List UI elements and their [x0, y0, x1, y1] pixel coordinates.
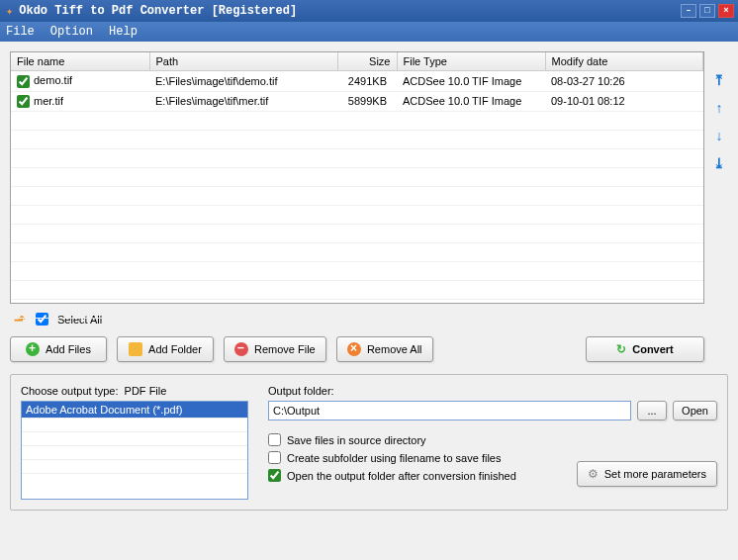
- add-folder-button[interactable]: Add Folder: [117, 336, 214, 362]
- add-folder-label: Add Folder: [148, 343, 202, 355]
- col-path[interactable]: Path: [149, 52, 337, 71]
- table-row[interactable]: mer.tifE:\Files\image\tif\mer.tif5899KBA…: [11, 91, 703, 112]
- output-folder-input[interactable]: [268, 401, 631, 420]
- output-folder-label: Output folder:: [268, 385, 717, 397]
- cross-icon: [347, 342, 361, 356]
- convert-button[interactable]: ↻ Convert: [586, 336, 704, 362]
- app-icon: ✦: [6, 4, 13, 19]
- window-title: Okdo Tiff to Pdf Converter [Registered]: [19, 4, 297, 18]
- folder-icon: [129, 342, 142, 356]
- menu-file[interactable]: File: [6, 25, 35, 39]
- menu-help[interactable]: Help: [109, 25, 138, 39]
- reorder-controls: ⤒ ↑ ↓ ⤓: [710, 51, 728, 374]
- col-size[interactable]: Size: [337, 52, 397, 71]
- remove-all-button[interactable]: Remove All: [336, 336, 433, 362]
- more-params-label: Set more parameters: [604, 468, 706, 480]
- close-button[interactable]: ×: [718, 4, 734, 18]
- remove-file-button[interactable]: Remove File: [224, 336, 326, 362]
- add-files-label: Add Files: [46, 343, 91, 355]
- plus-icon: [26, 342, 40, 356]
- move-bottom-button[interactable]: ⤓: [710, 154, 728, 172]
- output-type-label: Choose output type: PDF File: [21, 385, 248, 397]
- col-filetype[interactable]: File Type: [397, 52, 545, 71]
- minus-icon: [234, 342, 248, 356]
- move-up-button[interactable]: ↑: [710, 99, 728, 117]
- output-type-current: PDF File: [125, 385, 167, 397]
- minimize-button[interactable]: –: [681, 4, 696, 18]
- open-folder-button[interactable]: Open: [673, 401, 717, 420]
- add-files-button[interactable]: Add Files: [10, 336, 107, 362]
- maximize-button[interactable]: □: [699, 4, 715, 18]
- move-top-button[interactable]: ⤒: [710, 71, 728, 89]
- create-subfolder-label: Create subfolder using filename to save …: [287, 452, 501, 464]
- file-list-panel: File name Path Size File Type Modify dat…: [10, 51, 704, 304]
- gear-icon: ⚙: [588, 467, 599, 481]
- remove-file-label: Remove File: [254, 343, 316, 355]
- row-checkbox[interactable]: [17, 75, 30, 88]
- remove-all-label: Remove All: [367, 343, 422, 355]
- col-filename[interactable]: File name: [11, 52, 149, 71]
- browse-button[interactable]: ...: [637, 401, 667, 420]
- output-type-option[interactable]: Adobe Acrobat Document (*.pdf): [22, 402, 247, 418]
- menubar: File Option Help: [0, 22, 738, 42]
- open-after-label: Open the output folder after conversion …: [287, 470, 516, 482]
- save-source-label: Save files in source directory: [287, 434, 426, 446]
- col-modifydate[interactable]: Modify date: [545, 52, 703, 71]
- convert-label: Convert: [632, 343, 674, 355]
- titlebar: ✦ Okdo Tiff to Pdf Converter [Registered…: [0, 0, 738, 22]
- file-table: File name Path Size File Type Modify dat…: [11, 52, 703, 319]
- open-after-checkbox[interactable]: [268, 469, 281, 482]
- row-checkbox[interactable]: [17, 95, 30, 108]
- save-source-checkbox[interactable]: [268, 433, 281, 446]
- table-row[interactable]: demo.tifE:\Files\image\tif\demo.tif2491K…: [11, 71, 703, 92]
- output-type-list[interactable]: Adobe Acrobat Document (*.pdf): [21, 401, 248, 500]
- create-subfolder-checkbox[interactable]: [268, 451, 281, 464]
- menu-option[interactable]: Option: [50, 25, 93, 39]
- output-panel: Choose output type: PDF File Adobe Acrob…: [10, 374, 728, 511]
- move-down-button[interactable]: ↓: [710, 127, 728, 144]
- convert-icon: ↻: [616, 342, 626, 356]
- more-params-button[interactable]: ⚙ Set more parameters: [577, 461, 717, 487]
